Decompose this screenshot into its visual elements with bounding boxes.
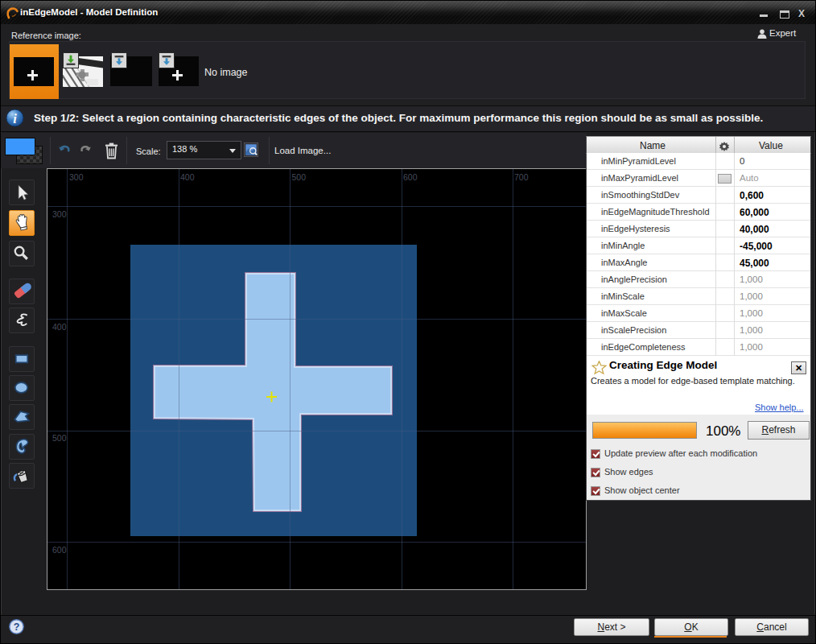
svg-text:?: ? (14, 621, 20, 633)
svg-text:i: i (13, 111, 17, 126)
